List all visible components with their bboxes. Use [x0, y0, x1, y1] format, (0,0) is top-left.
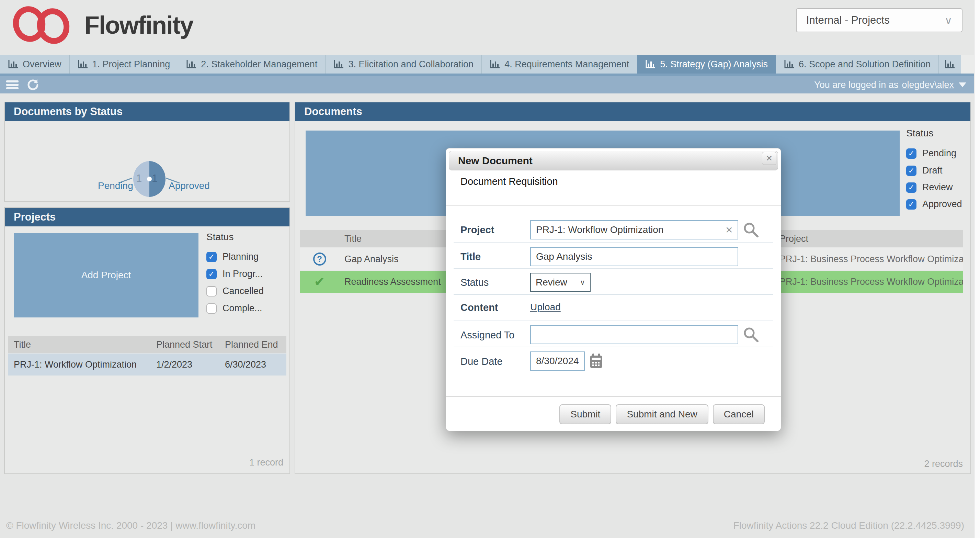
tab-requirements-management[interactable]: 4. Requirements Management	[482, 55, 637, 73]
projects-title: Projects	[5, 208, 290, 227]
modal-titlebar[interactable]: New Document	[449, 151, 778, 171]
documents-by-status-panel: Documents by Status 1 1 Pending Approved	[4, 102, 290, 202]
tab-stakeholder-management[interactable]: 2. Stakeholder Management	[178, 55, 326, 73]
assigned-to-field-label: Assigned To	[460, 329, 514, 341]
bar-chart-icon	[8, 60, 18, 69]
flowfinity-app: Flowfinity Internal - Projects ∨ Overvie…	[0, 0, 980, 538]
chevron-down-icon: ∨	[945, 14, 952, 26]
projects-status-filter-label: Status	[206, 231, 234, 243]
checkbox-in-progress[interactable]: ✓	[206, 269, 217, 279]
pie-label-pending: Pending	[98, 180, 129, 192]
flowfinity-logo: Flowfinity	[13, 5, 193, 45]
project-row-planned-start: 1/2/2023	[151, 359, 220, 370]
tab-elicitation-collaboration[interactable]: 3. Elicitation and Collaboration	[326, 55, 482, 73]
status-field-label: Status	[460, 277, 488, 288]
checkbox-draft[interactable]: ✓	[906, 166, 916, 176]
user-menu-caret-icon[interactable]	[959, 83, 966, 87]
filter-option-approved: ✓ Approved	[906, 199, 962, 209]
status-select[interactable]: Review ∨	[530, 273, 590, 292]
checkbox-planning[interactable]: ✓	[206, 252, 217, 262]
add-project-button[interactable]: Add Project	[14, 233, 199, 318]
document-row-project: PRJ-1: Business Process Workflow Optimiz…	[774, 254, 963, 265]
filter-option-planning: ✓ Planning	[206, 251, 259, 262]
bar-chart-icon	[645, 60, 655, 69]
tab-strategy-gap-analysis[interactable]: 5. Strategy (Gap) Analysis	[637, 55, 776, 73]
workspace-selector-value: Internal - Projects	[806, 14, 890, 26]
bar-chart-icon	[784, 60, 794, 69]
check-icon: ✔	[314, 275, 325, 288]
documents-by-status-title: Documents by Status	[5, 102, 290, 121]
pie-label-approved: Approved	[169, 180, 210, 192]
tab-project-planning[interactable]: 1. Project Planning	[70, 55, 178, 73]
clear-icon[interactable]: ✕	[725, 225, 733, 236]
filter-option-draft: ✓ Draft	[906, 165, 943, 176]
checkbox-approved[interactable]: ✓	[906, 199, 916, 209]
bar-chart-icon	[333, 60, 344, 69]
checkbox-pending[interactable]: ✓	[906, 148, 916, 159]
pie-value-pending: 1	[136, 172, 142, 185]
refresh-icon[interactable]	[26, 78, 40, 93]
project-field-input[interactable]	[530, 220, 738, 239]
logo-text: Flowfinity	[84, 11, 193, 39]
menu-icon[interactable]	[6, 79, 19, 91]
project-row-planned-end: 6/30/2023	[220, 359, 286, 370]
pie-value-approved: 1	[152, 172, 158, 185]
page-scrollbar[interactable]	[974, 0, 980, 538]
login-status: You are logged in as olegdev\alex	[814, 76, 966, 93]
upload-link[interactable]: Upload	[530, 302, 561, 313]
tab-bar-underline	[0, 73, 975, 76]
cancel-button[interactable]: Cancel	[713, 404, 765, 424]
username-link[interactable]: olegdev\alex	[902, 80, 954, 90]
tab-overview[interactable]: Overview	[0, 55, 70, 73]
checkbox-review[interactable]: ✓	[906, 182, 916, 193]
assigned-to-field-input[interactable]	[530, 325, 738, 344]
projects-table-header: Title Planned Start Planned End	[8, 336, 286, 353]
divider	[453, 294, 773, 295]
divider	[453, 242, 773, 243]
search-icon[interactable]	[743, 222, 759, 239]
filter-option-cancelled: Cancelled	[206, 286, 264, 297]
search-icon[interactable]	[743, 326, 759, 344]
toolbar: You are logged in as olegdev\alex	[0, 76, 980, 93]
new-document-modal: New Document ✕ Document Requisition Proj…	[446, 148, 781, 431]
divider	[446, 396, 781, 397]
flowfinity-logo-icon	[13, 5, 75, 45]
tab-partial[interactable]	[939, 55, 961, 73]
bar-chart-icon	[945, 60, 955, 69]
filter-option-review: ✓ Review	[906, 182, 953, 193]
document-row-project: PRJ-1: Business Process Workflow Optimiz…	[774, 276, 963, 287]
due-date-field-input[interactable]	[530, 351, 585, 371]
submit-and-new-button[interactable]: Submit and New	[616, 404, 708, 424]
workspace-selector[interactable]: Internal - Projects ∨	[796, 8, 963, 32]
checkbox-completed[interactable]	[206, 303, 217, 314]
filter-option-completed: Comple...	[206, 303, 262, 314]
title-field-input[interactable]	[530, 247, 738, 266]
calendar-icon[interactable]	[589, 353, 604, 371]
bar-chart-icon	[78, 60, 88, 69]
checkbox-cancelled[interactable]	[206, 286, 217, 297]
title-field-label: Title	[460, 251, 481, 262]
due-date-field-label: Due Date	[460, 356, 503, 367]
divider	[453, 268, 773, 269]
bar-chart-icon	[186, 60, 196, 69]
project-table-row[interactable]: PRJ-1: Workflow Optimization 1/2/2023 6/…	[8, 353, 286, 375]
footer-copyright: © Flowfinity Wireless Inc. 2000 - 2023 |…	[6, 520, 256, 531]
question-circle-icon: ?	[313, 252, 326, 265]
projects-record-count: 1 record	[249, 457, 283, 468]
col-title[interactable]: Title	[8, 339, 151, 350]
status-select-value: Review	[536, 277, 567, 288]
col-planned-start[interactable]: Planned Start	[151, 339, 220, 350]
close-icon[interactable]: ✕	[762, 152, 776, 165]
bar-chart-icon	[490, 60, 500, 69]
divider	[453, 346, 773, 347]
col-doc-project[interactable]: Project	[774, 234, 963, 244]
project-field-label: Project	[460, 224, 494, 236]
top-header: Flowfinity Internal - Projects ∨	[0, 0, 980, 55]
divider	[446, 206, 781, 206]
footer-version: Flowfinity Actions 22.2 Cloud Edition (2…	[733, 520, 964, 531]
content-field-label: Content	[460, 302, 498, 313]
modal-form-name: Document Requisition	[460, 176, 558, 187]
submit-button[interactable]: Submit	[559, 404, 611, 424]
col-planned-end[interactable]: Planned End	[220, 339, 286, 350]
tab-scope-solution-definition[interactable]: 6. Scope and Solution Definition	[776, 55, 939, 73]
